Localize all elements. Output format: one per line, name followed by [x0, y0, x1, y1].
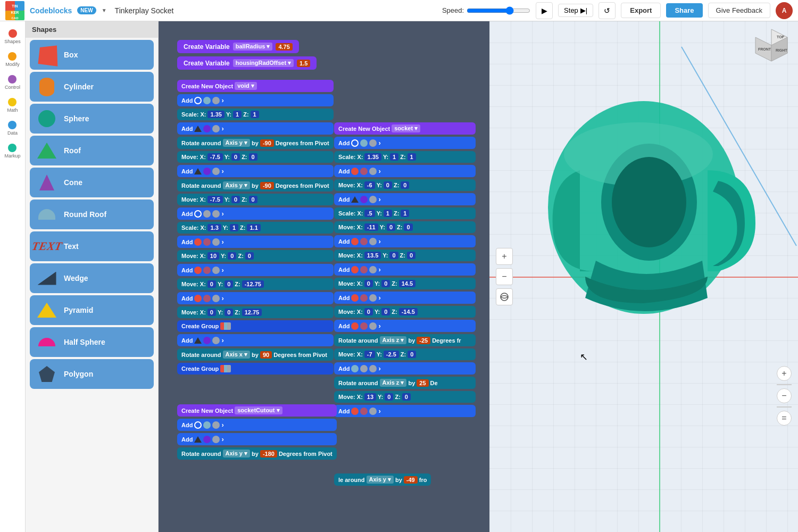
sc2-y[interactable]: 1: [230, 224, 238, 231]
axis-s2[interactable]: Axis z ▾: [380, 379, 407, 387]
ss1-z[interactable]: 1: [408, 153, 416, 161]
mv2-z[interactable]: 0: [249, 196, 257, 203]
move-s5[interactable]: Move: X: 0 Y: 0 Z: -14.5: [334, 306, 476, 318]
mv3-x[interactable]: 10: [207, 252, 219, 260]
scale-x-1[interactable]: 1.35: [207, 111, 224, 118]
ms1-z[interactable]: 0: [401, 181, 409, 189]
sc2-z[interactable]: 1.1: [247, 224, 260, 231]
add-s4[interactable]: Add ›: [334, 235, 476, 247]
rotate-cv1[interactable]: -180: [260, 450, 277, 458]
move-s2[interactable]: Move: X: -11 Y: 0 Z: 0: [334, 221, 476, 233]
rotate-val-2[interactable]: -90: [260, 182, 274, 189]
scale-block-2[interactable]: Scale: X: 1.3 Y: 1 Z: 1.1: [177, 222, 334, 234]
add-block-7[interactable]: Add ›: [177, 292, 334, 304]
sidebar-item-shapes[interactable]: Shapes: [2, 27, 23, 47]
create-var-2-block[interactable]: Create Variable housingRadOffset ▾ 1.5: [177, 56, 317, 70]
axis-3[interactable]: Axis x ▾: [223, 351, 250, 359]
ms7-x[interactable]: 13: [364, 393, 376, 401]
ms7-z[interactable]: 0: [402, 393, 411, 401]
mv5-x[interactable]: 0: [207, 309, 216, 316]
sidebar-item-markup[interactable]: Markup: [2, 141, 23, 161]
var1-value[interactable]: 4.75: [276, 43, 292, 51]
rotate-block-2[interactable]: Rotate around Axis y ▾ by -90 Degrees fr…: [177, 179, 334, 192]
rotate-ev[interactable]: -49: [404, 476, 418, 484]
add-s6[interactable]: Add ›: [334, 292, 476, 304]
add-block-5[interactable]: Add ›: [177, 236, 334, 248]
create-group-1[interactable]: Create Group: [177, 320, 334, 332]
move-block-1[interactable]: Move: X: -7.5 Y: 0 Z: 0: [177, 151, 334, 163]
rotate-val-1[interactable]: -90: [260, 139, 274, 147]
add-s1[interactable]: Add ›: [334, 137, 476, 149]
shape-item-half-sphere[interactable]: Half Sphere: [30, 327, 154, 357]
ms5-z[interactable]: -14.5: [399, 308, 418, 315]
scale-z-1[interactable]: 1: [251, 111, 259, 118]
add-s9[interactable]: Add ›: [334, 405, 476, 417]
rotate-block-3[interactable]: Rotate around Axis x ▾ by 90 Degrees fro…: [177, 348, 334, 361]
axis-2[interactable]: Axis y ▾: [223, 181, 250, 189]
mv5-z[interactable]: 12.75: [242, 309, 262, 316]
create-obj-socket[interactable]: Create New Object socket ▾: [334, 122, 476, 135]
ms4-z[interactable]: 14.5: [399, 280, 415, 287]
move-block-5[interactable]: Move: X: 0 Y: 0 Z: 12.75: [177, 306, 334, 318]
ms3-y[interactable]: 0: [389, 252, 398, 259]
shape-item-roof[interactable]: Roof: [30, 136, 154, 165]
add-s7[interactable]: Add ›: [334, 320, 476, 332]
scale-s1[interactable]: Scale: X: 1.35 Y: 1 Z: 1: [334, 151, 476, 163]
share-button[interactable]: Share: [666, 3, 702, 18]
user-avatar[interactable]: A: [776, 2, 793, 19]
add-block-8[interactable]: Add ›: [177, 334, 334, 346]
shape-item-cone[interactable]: Cone: [30, 168, 154, 197]
rotate-s2[interactable]: Rotate around Axis z ▾ by 25 Degrees fro: [334, 377, 476, 389]
add-c1[interactable]: Add ›: [177, 419, 337, 431]
export-button[interactable]: Export: [621, 3, 661, 18]
axis-1[interactable]: Axis y ▾: [223, 139, 250, 147]
add-block-2[interactable]: Add ›: [177, 122, 334, 135]
move-block-2[interactable]: Move: X: -7.5 Y: 0 Z: 0: [177, 194, 334, 205]
move-s4[interactable]: Move: X: 0 Y: 0 Z: 14.5: [334, 278, 476, 289]
mv4-z[interactable]: -12.75: [242, 280, 264, 288]
move-block-3[interactable]: Move: X: 10 Y: 0 Z: 0: [177, 250, 334, 262]
add-c2[interactable]: Add ›: [177, 433, 337, 445]
zoom-in-btn-right[interactable]: +: [777, 366, 792, 381]
rotate-c1[interactable]: Rotate around Axis y ▾ by -180 Degrees f…: [177, 447, 337, 460]
ss1-y[interactable]: 1: [390, 153, 398, 161]
var1-name[interactable]: ballRadius ▾: [233, 43, 273, 51]
ms2-x[interactable]: -11: [364, 223, 378, 231]
codeblocks-nav-link[interactable]: Codeblocks: [30, 6, 72, 15]
create-var-1-block[interactable]: Create Variable ballRadius ▾ 4.75: [177, 40, 299, 53]
add-block-4[interactable]: Add ›: [177, 207, 334, 220]
ms7-y[interactable]: 0: [385, 393, 393, 401]
ms2-y[interactable]: 0: [387, 223, 395, 231]
ms1-y[interactable]: 0: [384, 181, 392, 189]
reset-button[interactable]: ↺: [598, 2, 616, 19]
ss2-y[interactable]: 1: [384, 210, 392, 217]
ss2-x[interactable]: .5: [364, 210, 375, 217]
create-group-2[interactable]: Create Group: [177, 363, 334, 375]
sidebar-item-control[interactable]: Control: [2, 72, 23, 93]
mv4-y[interactable]: 0: [225, 280, 233, 288]
mv2-x[interactable]: -7.5: [207, 196, 223, 203]
mv5-y[interactable]: 0: [225, 309, 233, 316]
shape-item-round-roof[interactable]: Round Roof: [30, 200, 154, 229]
add-s2[interactable]: Add ›: [334, 165, 476, 177]
sidebar-item-data[interactable]: Data: [5, 118, 20, 138]
move-block-4[interactable]: Move: X: 0 Y: 0 Z: -12.75: [177, 278, 334, 290]
shape-item-pyramid[interactable]: Pyramid: [30, 295, 154, 325]
shape-item-box[interactable]: Box: [30, 40, 154, 70]
mv1-x[interactable]: -7.5: [207, 153, 223, 161]
shape-item-text[interactable]: TEXT Text: [30, 231, 154, 261]
add-block-6[interactable]: Add ›: [177, 264, 334, 276]
scale-y-1[interactable]: 1: [233, 111, 242, 118]
rotate-sv1[interactable]: -25: [417, 337, 430, 344]
create-obj-cutout[interactable]: Create New Object socketCutout ▾: [177, 404, 337, 417]
project-name[interactable]: Tinkerplay Socket: [115, 6, 174, 15]
shape-item-cylinder[interactable]: Cylinder: [30, 72, 154, 102]
rotate-block-1[interactable]: Rotate around Axis y ▾ by -90 Degrees fr…: [177, 137, 334, 149]
move-s1[interactable]: Move: X: -6 Y: 0 Z: 0: [334, 179, 476, 191]
ms6-x[interactable]: -7: [364, 351, 375, 358]
axis-end[interactable]: Axis y ▾: [367, 476, 394, 484]
codeblocks-dropdown-arrow[interactable]: ▼: [102, 7, 107, 13]
sidebar-item-math[interactable]: Math: [4, 95, 20, 115]
ss2-z[interactable]: 1: [401, 210, 409, 217]
ms1-x[interactable]: -6: [364, 181, 375, 189]
